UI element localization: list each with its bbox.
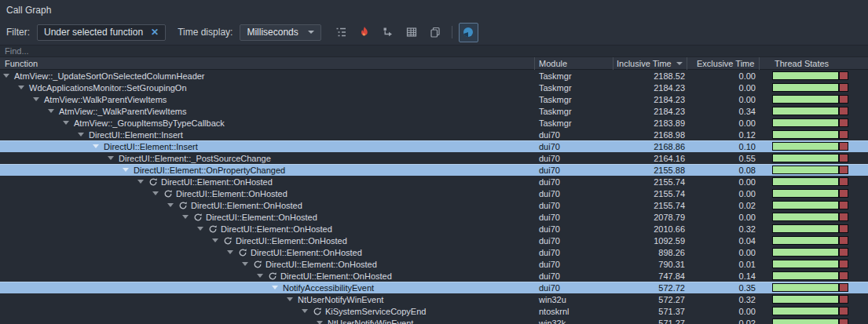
table-row[interactable]: NtUserNotifyWinEventwin32k571.270.02 [0,317,868,324]
recursion-icon [238,248,247,257]
column-header-thread-states[interactable]: Thread States [759,57,868,70]
inclusive-time-value: 2010.66 [613,224,687,234]
exclusive-time-value: 0.34 [687,107,759,116]
expander-icon[interactable] [302,309,308,313]
expander-icon[interactable] [3,74,9,78]
table-row[interactable]: NotifyAccessibilityEventdui70572.720.35 [0,282,868,293]
module-name: dui70 [534,154,613,163]
exclusive-time-value: 0.35 [687,283,759,293]
expander-icon[interactable] [227,250,233,254]
exclusive-time-value: 0.00 [687,213,759,222]
recursion-icon [178,201,188,210]
table-row[interactable]: AtmView::_UpdateSortOnSelectedColumnHead… [0,70,868,82]
module-name: dui70 [534,142,613,151]
copy-view-button[interactable] [426,23,445,42]
find-input[interactable]: Find... [0,45,868,57]
function-name: DirectUI::Element::_PostSourceChange [119,154,271,163]
flame-view-button[interactable] [355,23,375,42]
thread-states-bar [772,71,848,80]
filter-chip[interactable]: Under selected function ✕ [37,24,166,41]
module-name: dui70 [534,130,613,140]
column-header-exclusive-time[interactable]: Exclusive Time [687,57,759,70]
table-row[interactable]: DirectUI::Element::Insertdui702168.980.1… [0,129,868,140]
table-row[interactable]: DirectUI::Element::OnHosteddui702155.740… [0,187,868,199]
module-name: ntoskrnl [534,307,613,316]
table-row[interactable]: WdcApplicationsMonitor::SetGroupingOnTas… [0,82,868,93]
module-name: Taskmgr [534,95,613,104]
table-row[interactable]: AtmView::_GroupItemsByTypeCallbackTaskmg… [0,117,868,129]
expander-icon[interactable] [108,156,114,160]
table-row[interactable]: DirectUI::Element::OnHosteddui70747.840.… [0,270,868,282]
pie-view-button[interactable] [459,23,478,42]
expander-icon[interactable] [152,191,159,195]
table-row[interactable]: NtUserNotifyWinEventwin32u572.270.32 [0,293,868,305]
expander-icon[interactable] [182,215,189,219]
expander-icon[interactable] [33,97,39,101]
inclusive-time-value: 2168.98 [613,130,687,140]
expander-icon[interactable] [272,286,278,289]
sort-desc-icon [676,62,683,65]
module-name: dui70 [534,166,613,175]
grid-view-button[interactable] [402,23,422,42]
expander-icon[interactable] [18,86,24,89]
caller-callee-view-button[interactable] [379,23,398,42]
expander-icon[interactable] [93,144,99,148]
expander-icon[interactable] [287,297,293,301]
inclusive-time-value: 572.72 [613,283,687,293]
module-name: dui70 [534,236,613,246]
inclusive-time-value: 898.26 [613,248,687,257]
thread-states-bar [772,154,848,162]
table-row[interactable]: DirectUI::Element::OnHosteddui701092.590… [0,235,868,246]
thread-states-bar [772,224,848,233]
expander-icon[interactable] [317,321,323,324]
table-row[interactable]: DirectUI::Element::Insertdui702168.860.1… [0,140,868,152]
expander-icon[interactable] [137,180,144,184]
table-row[interactable]: DirectUI::Element::OnHosteddui702078.790… [0,211,868,223]
exclusive-time-value: 0.14 [687,271,759,281]
expander-icon[interactable] [242,262,248,266]
remove-filter-icon[interactable]: ✕ [151,28,159,36]
tree-list-view-button[interactable] [331,23,351,42]
function-name: DirectUI::Element::OnHosted [236,236,347,246]
function-name: DirectUI::Element::Insert [89,130,183,140]
exclusive-time-value: 0.00 [687,118,759,128]
inclusive-time-value: 1092.59 [613,236,687,246]
exclusive-time-value: 0.02 [687,201,759,210]
table-row[interactable]: KiSystemServiceCopyEndntoskrnl571.370.00 [0,305,868,317]
table-row[interactable]: AtmView::_WalkParentViewItemsTaskmgr2184… [0,105,868,117]
function-name: DirectUI::Element::Insert [104,142,198,151]
table-row[interactable]: DirectUI::Element::OnHosteddui702155.740… [0,176,868,187]
pie-icon [462,26,474,38]
table-row[interactable]: DirectUI::Element::OnHosteddui70898.260.… [0,246,868,258]
module-name: dui70 [534,213,613,222]
exclusive-time-value: 0.32 [687,224,759,234]
expander-icon[interactable] [48,109,54,113]
expander-icon[interactable] [63,121,69,125]
expander-icon[interactable] [257,274,263,278]
recursion-icon [313,307,322,316]
expander-icon[interactable] [78,133,84,137]
exclusive-time-value: 0.12 [687,130,759,140]
table-row[interactable]: AtmView::WalkParentViewItemsTaskmgr2184.… [0,93,868,105]
panel-title: Call Graph [0,0,868,20]
table-row[interactable]: DirectUI::Element::OnPropertyChangeddui7… [0,164,868,176]
table-row[interactable]: DirectUI::Element::_PostSourceChangedui7… [0,152,868,164]
time-display-dropdown[interactable]: Milliseconds [240,24,320,41]
column-header-module[interactable]: Module [534,57,613,70]
module-name: dui70 [534,248,613,257]
function-name: DirectUI::Element::OnHosted [251,248,362,257]
expander-icon[interactable] [197,227,203,231]
inclusive-time-value: 747.84 [613,271,687,281]
column-header-function[interactable]: Function [0,57,534,70]
function-name: DirectUI::Element::OnHosted [206,213,317,222]
column-header-inclusive-time[interactable]: Inclusive Time [613,57,687,70]
table-row[interactable]: DirectUI::Element::OnHosteddui702155.740… [0,199,868,211]
expander-icon[interactable] [212,238,218,242]
grid-icon [405,26,418,38]
expander-icon[interactable] [167,203,174,207]
table-row[interactable]: DirectUI::Element::OnHosteddui70790.310.… [0,258,868,270]
recursion-icon [148,177,158,187]
function-name: AtmView::WalkParentViewItems [44,95,167,104]
table-row[interactable]: DirectUI::Element::OnHosteddui702010.660… [0,223,868,235]
expander-icon[interactable] [123,168,129,172]
